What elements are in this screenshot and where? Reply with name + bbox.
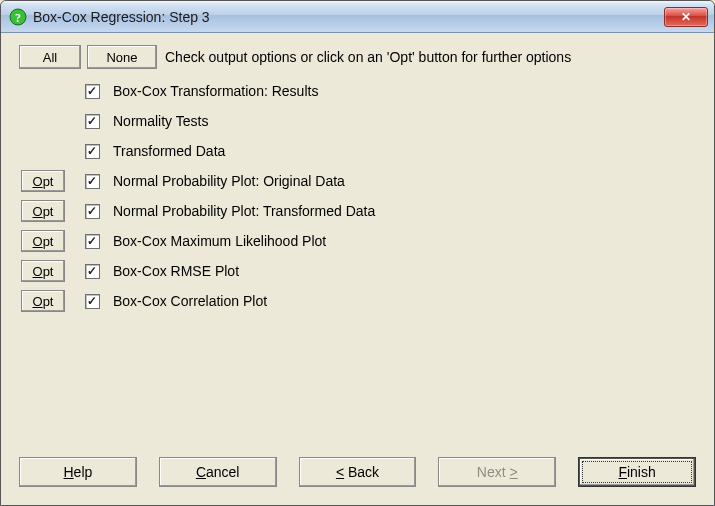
checkbox-slot xyxy=(71,294,113,309)
option-row: OptNormal Probability Plot: Transformed … xyxy=(21,199,696,223)
option-checkbox[interactable] xyxy=(85,114,100,129)
opt-slot: Opt xyxy=(21,260,71,282)
option-label: Transformed Data xyxy=(113,143,225,159)
option-checkbox[interactable] xyxy=(85,264,100,279)
checkbox-slot xyxy=(71,144,113,159)
dialog-content: All None Check output options or click o… xyxy=(1,33,714,445)
help-button[interactable]: Help xyxy=(19,457,137,487)
window-title: Box-Cox Regression: Step 3 xyxy=(33,9,664,25)
option-checkbox[interactable] xyxy=(85,174,100,189)
opt-button[interactable]: Opt xyxy=(21,290,65,312)
back-button[interactable]: < Back xyxy=(299,457,417,487)
option-row: OptBox-Cox RMSE Plot xyxy=(21,259,696,283)
close-icon: ✕ xyxy=(681,10,691,24)
opt-button[interactable]: Opt xyxy=(21,200,65,222)
checkbox-slot xyxy=(71,234,113,249)
option-label: Box-Cox Transformation: Results xyxy=(113,83,318,99)
opt-button[interactable]: Opt xyxy=(21,170,65,192)
options-list: Box-Cox Transformation: ResultsNormality… xyxy=(19,79,696,313)
option-label: Normal Probability Plot: Transformed Dat… xyxy=(113,203,375,219)
opt-slot: Opt xyxy=(21,290,71,312)
opt-slot: Opt xyxy=(21,200,71,222)
opt-slot: Opt xyxy=(21,170,71,192)
option-label: Box-Cox Maximum Likelihood Plot xyxy=(113,233,326,249)
select-none-button[interactable]: None xyxy=(87,45,157,69)
opt-button[interactable]: Opt xyxy=(21,230,65,252)
close-button[interactable]: ✕ xyxy=(664,7,708,27)
instruction-text: Check output options or click on an 'Opt… xyxy=(165,49,571,65)
opt-slot: Opt xyxy=(21,230,71,252)
checkbox-slot xyxy=(71,114,113,129)
option-row: Transformed Data xyxy=(21,139,696,163)
svg-text:?: ? xyxy=(15,10,21,24)
option-row: OptBox-Cox Correlation Plot xyxy=(21,289,696,313)
option-label: Normality Tests xyxy=(113,113,208,129)
option-label: Normal Probability Plot: Original Data xyxy=(113,173,345,189)
title-bar: ? Box-Cox Regression: Step 3 ✕ xyxy=(1,1,714,33)
option-row: OptNormal Probability Plot: Original Dat… xyxy=(21,169,696,193)
option-label: Box-Cox Correlation Plot xyxy=(113,293,267,309)
checkbox-slot xyxy=(71,264,113,279)
option-label: Box-Cox RMSE Plot xyxy=(113,263,239,279)
checkbox-slot xyxy=(71,174,113,189)
finish-button[interactable]: Finish xyxy=(578,457,696,487)
option-checkbox[interactable] xyxy=(85,294,100,309)
next-button: Next > xyxy=(438,457,556,487)
dialog-footer: Help Cancel < Back Next > Finish xyxy=(1,445,714,505)
checkbox-slot xyxy=(71,204,113,219)
option-checkbox[interactable] xyxy=(85,144,100,159)
option-row: Normality Tests xyxy=(21,109,696,133)
option-checkbox[interactable] xyxy=(85,234,100,249)
option-checkbox[interactable] xyxy=(85,84,100,99)
opt-button[interactable]: Opt xyxy=(21,260,65,282)
select-all-button[interactable]: All xyxy=(19,45,81,69)
top-row: All None Check output options or click o… xyxy=(19,45,696,69)
cancel-button[interactable]: Cancel xyxy=(159,457,277,487)
help-icon: ? xyxy=(9,8,27,26)
option-row: OptBox-Cox Maximum Likelihood Plot xyxy=(21,229,696,253)
checkbox-slot xyxy=(71,84,113,99)
option-checkbox[interactable] xyxy=(85,204,100,219)
option-row: Box-Cox Transformation: Results xyxy=(21,79,696,103)
